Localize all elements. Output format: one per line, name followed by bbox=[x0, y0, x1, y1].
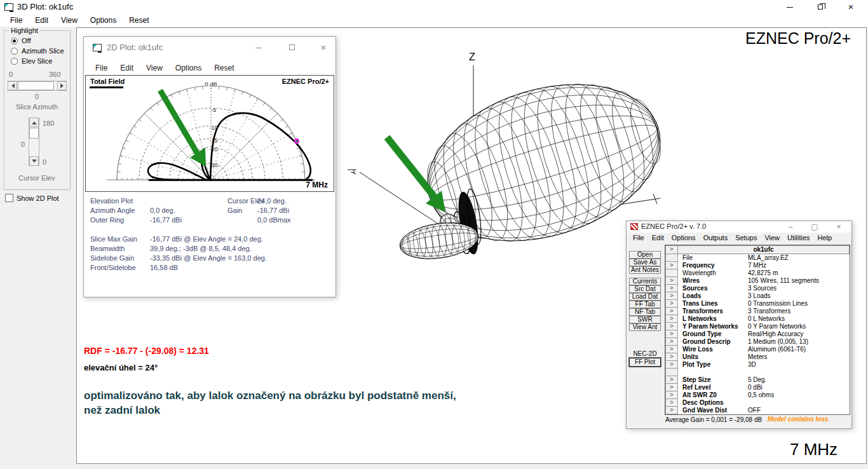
row-expand-button[interactable]: > bbox=[665, 384, 678, 391]
eznec-maximize-button[interactable]: ▢ bbox=[806, 222, 823, 232]
stat-value: 16,58 dB bbox=[150, 264, 178, 271]
eznec-button-nf-tab[interactable]: NF Tab bbox=[629, 308, 661, 316]
row-expand-button[interactable]: > bbox=[665, 346, 678, 353]
row-expand-button[interactable]: > bbox=[665, 315, 678, 323]
menu-edit[interactable]: Edit bbox=[29, 14, 55, 27]
eznec-button-save-as[interactable]: Save As bbox=[629, 259, 661, 266]
row-value: 0 dBi bbox=[748, 384, 850, 391]
stat-label: Azimuth Angle bbox=[90, 207, 135, 214]
eznec-menu-edit[interactable]: Edit bbox=[648, 233, 668, 243]
eznec-menu-setups[interactable]: Setups bbox=[731, 233, 761, 243]
eznec-button-view-ant[interactable]: View Ant bbox=[629, 323, 661, 331]
eznec-minimize-button[interactable]: – bbox=[782, 222, 799, 232]
eznec-menu-help[interactable]: Help bbox=[814, 233, 836, 243]
stat-label: Sidelobe Gain bbox=[90, 254, 134, 262]
menu-reset[interactable]: Reset bbox=[123, 14, 155, 27]
row-expand-button[interactable]: > bbox=[665, 338, 678, 346]
row-expand-button[interactable]: > bbox=[665, 285, 678, 292]
scroll-up-button[interactable] bbox=[29, 118, 39, 127]
show-2d-plot-checkbox[interactable] bbox=[5, 194, 13, 202]
eznec-menu-outputs[interactable]: Outputs bbox=[700, 233, 732, 243]
stat-label: Beamwidth bbox=[90, 245, 125, 252]
plot2d-menu-edit[interactable]: Edit bbox=[114, 58, 140, 75]
menu-view[interactable]: View bbox=[55, 14, 84, 27]
restore-button[interactable] bbox=[810, 0, 831, 14]
app-icon bbox=[4, 3, 13, 11]
frequency-label: 7 MHz bbox=[790, 440, 837, 459]
azimuth-caption: Slice Azimuth bbox=[16, 103, 58, 111]
eznec-close-button[interactable]: × bbox=[831, 222, 847, 232]
menu-options[interactable]: Options bbox=[84, 14, 123, 27]
radio-option-off[interactable]: Off bbox=[11, 36, 31, 45]
eznec-button-currents[interactable]: Currents bbox=[629, 278, 661, 285]
row-name: Units bbox=[678, 353, 748, 361]
cursor-point[interactable] bbox=[294, 139, 299, 144]
eznec-button-open[interactable]: Open bbox=[629, 251, 661, 259]
radio-option-azimuth-slice[interactable]: Azimuth Slice bbox=[11, 46, 64, 55]
row-expand-button[interactable]: > bbox=[665, 262, 678, 269]
close-button[interactable]: × bbox=[840, 0, 862, 14]
plot2d-close-button[interactable]: × bbox=[314, 41, 333, 55]
row-value: 3 Loads bbox=[748, 292, 850, 300]
plot2d-stats: Elevation Plot Cursor Elev 24,0 deg. Azi… bbox=[85, 193, 334, 295]
row-value: 3D bbox=[748, 361, 850, 369]
eznec-button-swr[interactable]: SWR bbox=[629, 316, 661, 323]
eznec-menu-view[interactable]: View bbox=[761, 233, 783, 243]
table-row: >UnitsMeters bbox=[665, 353, 850, 361]
minimize-button[interactable] bbox=[779, 0, 801, 14]
scroll-down-button[interactable] bbox=[29, 156, 39, 166]
plot2d-menu-reset[interactable]: Reset bbox=[208, 58, 240, 75]
eznec-button-load-dat[interactable]: Load Dat bbox=[629, 293, 661, 301]
row-spacer-cell bbox=[665, 269, 678, 277]
table-row: >Trans Lines0 Transmission Lines bbox=[665, 300, 850, 308]
row-expand-button[interactable]: > bbox=[665, 330, 678, 338]
ff-plot-button[interactable]: FF Plot bbox=[629, 358, 661, 367]
elevation-scroll-thumb[interactable] bbox=[29, 128, 39, 139]
scroll-right-button[interactable] bbox=[57, 81, 67, 90]
stat-value: 0,0 dBmax bbox=[257, 216, 291, 224]
row-expand-button[interactable]: > bbox=[665, 323, 678, 330]
stat-label: Outer Ring bbox=[90, 216, 124, 224]
menu-file[interactable]: File bbox=[4, 14, 29, 27]
row-expand-button[interactable]: > bbox=[665, 300, 678, 308]
eznec-menu-options[interactable]: Options bbox=[668, 233, 700, 243]
row-value: 0 L Networks bbox=[748, 315, 850, 323]
ring-label: -5 bbox=[211, 106, 216, 113]
row-expand-button[interactable]: > bbox=[665, 399, 678, 407]
elev-min-label: 0 bbox=[43, 158, 46, 166]
eznec-button-ff-tab[interactable]: FF Tab bbox=[629, 301, 661, 308]
row-expand-button[interactable]: > bbox=[665, 277, 678, 285]
table-row: >Step Size5 Deg. bbox=[665, 376, 850, 384]
azimuth-scrollbar[interactable] bbox=[8, 81, 67, 91]
scroll-left-button[interactable] bbox=[8, 81, 17, 90]
eznec-button-src-dat[interactable]: Src Dat bbox=[629, 285, 661, 293]
plot2d-maximize-button[interactable] bbox=[282, 41, 301, 55]
row-name: Loads bbox=[678, 292, 748, 300]
azimuth-scroll-thumb[interactable] bbox=[18, 81, 54, 90]
elevation-scrollbar[interactable] bbox=[29, 118, 39, 166]
header-expand-button[interactable]: > bbox=[665, 245, 678, 254]
row-name: Wires bbox=[678, 277, 748, 285]
row-expand-button[interactable]: > bbox=[665, 353, 678, 361]
plot2d-minimize-button[interactable] bbox=[249, 41, 268, 55]
eznec-menu-file[interactable]: File bbox=[629, 233, 648, 243]
eznec-menu-utilities[interactable]: Utilities bbox=[783, 233, 813, 243]
row-expand-button[interactable]: > bbox=[665, 376, 678, 384]
row-name: Plot Type bbox=[678, 361, 748, 369]
model-loss-warning: Model contains loss bbox=[768, 416, 829, 423]
eznec-button-ant-notes[interactable]: Ant Notes bbox=[629, 266, 661, 274]
row-expand-button[interactable]: > bbox=[665, 308, 678, 315]
table-row: >Ground TypeReal/High Accuracy bbox=[665, 330, 850, 338]
row-expand-button[interactable]: > bbox=[665, 292, 678, 300]
radio-option-elev-slice[interactable]: Elev Slice bbox=[11, 57, 52, 65]
plot2d-menu-options[interactable]: Options bbox=[169, 58, 208, 75]
row-expand-button[interactable]: > bbox=[665, 407, 678, 414]
row-expand-button[interactable]: > bbox=[665, 391, 678, 399]
plot2d-menu-view[interactable]: View bbox=[140, 58, 169, 75]
row-expand-button[interactable]: > bbox=[665, 361, 678, 369]
stat-value: -33,35 dBi @ Elev Angle = 163,0 deg. bbox=[150, 254, 267, 262]
table-row: >Ref Level0 dBi bbox=[665, 384, 850, 391]
row-name bbox=[678, 369, 748, 376]
row-name: Gnd Wave Dist bbox=[678, 407, 748, 414]
plot2d-menu-file[interactable]: File bbox=[89, 58, 114, 75]
